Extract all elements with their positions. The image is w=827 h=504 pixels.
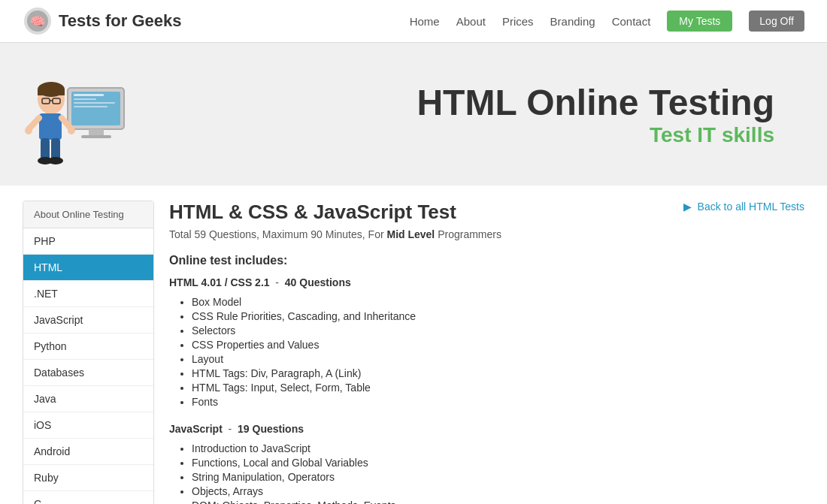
meta-programmers: Programmers <box>438 228 501 240</box>
svg-rect-7 <box>74 94 104 96</box>
sidebar-item-php[interactable]: PHP <box>23 228 153 255</box>
html-css-section: HTML 4.01 / CSS 2.1 - 40 Questions Box M… <box>169 276 804 408</box>
back-icon: ▶ <box>683 201 692 213</box>
sidebar-item-javascript[interactable]: JavaScript <box>23 307 153 333</box>
js-section: JavaScript - 19 Questions Introduction t… <box>169 423 804 504</box>
nav-links: Home About Prices Branding Contact My Te… <box>410 11 804 32</box>
html-css-count: 40 Questions <box>285 276 351 288</box>
online-test-title: Online test includes: <box>169 254 804 267</box>
svg-rect-5 <box>89 129 104 135</box>
html-css-header: HTML 4.01 / CSS 2.1 - 40 Questions <box>169 276 804 288</box>
back-link-text: Back to all HTML Tests <box>698 201 804 213</box>
list-item: Introduction to JavaScript <box>192 442 804 454</box>
svg-rect-8 <box>74 98 96 100</box>
svg-rect-10 <box>74 106 108 107</box>
svg-rect-17 <box>39 113 62 140</box>
svg-text:🧠: 🧠 <box>30 14 45 29</box>
sidebar-header: About Online Testing <box>23 201 153 228</box>
list-item: HTML Tags: Input, Select, Form, Table <box>192 382 804 394</box>
js-header-text: JavaScript <box>169 423 223 435</box>
content-header: HTML & CSS & JavaScript Test ▶ Back to a… <box>169 201 804 228</box>
brand-logo[interactable]: 🧠 Tests for Geeks <box>23 6 181 36</box>
sidebar-item-python[interactable]: Python <box>23 333 153 360</box>
js-count: 19 Questions <box>238 423 304 435</box>
html-css-header-text: HTML 4.01 / CSS 2.1 <box>169 276 270 288</box>
list-item: HTML Tags: Div, Paragraph, A (Link) <box>192 367 804 379</box>
sidebar-item-net[interactable]: .NET <box>23 281 153 307</box>
sidebar-item-c[interactable]: C <box>23 491 153 504</box>
main-layout: About Online Testing PHP HTML .NET JavaS… <box>0 186 827 504</box>
nav-about[interactable]: About <box>456 15 486 28</box>
hero-title: HTML Online Testing <box>158 82 774 123</box>
hero-section: HTML Online Testing Test IT skills <box>0 43 827 186</box>
brand-name: Tests for Geeks <box>59 11 181 31</box>
hero-illustration <box>23 58 143 171</box>
list-item: CSS Rule Priorities, Cascading, and Inhe… <box>192 310 804 322</box>
sidebar-item-ios[interactable]: iOS <box>23 412 153 439</box>
meta-level: Mid Level <box>386 228 435 240</box>
content-meta: Total 59 Questions, Maximum 90 Minutes, … <box>169 228 804 240</box>
meta-total: Total 59 Questions, <box>169 228 259 240</box>
list-item: Selectors <box>192 324 804 337</box>
back-link[interactable]: ▶ Back to all HTML Tests <box>683 201 804 213</box>
my-tests-button[interactable]: My Tests <box>667 11 732 32</box>
nav-home[interactable]: Home <box>410 15 440 28</box>
page-title: HTML & CSS & JavaScript Test <box>169 201 456 224</box>
sidebar-item-android[interactable]: Android <box>23 439 153 465</box>
svg-rect-9 <box>74 102 115 104</box>
svg-point-25 <box>48 157 63 164</box>
sidebar-item-ruby[interactable]: Ruby <box>23 465 153 491</box>
sidebar-item-databases[interactable]: Databases <box>23 360 153 386</box>
svg-rect-4 <box>71 92 120 125</box>
html-css-topics: Box Model CSS Rule Priorities, Cascading… <box>169 296 804 408</box>
navbar: 🧠 Tests for Geeks Home About Prices Bran… <box>0 0 827 43</box>
meta-for: For <box>368 228 384 240</box>
list-item: Objects, Arrays <box>192 485 804 497</box>
hero-image <box>23 58 143 171</box>
js-sep: - <box>226 423 238 435</box>
sidebar-item-java[interactable]: Java <box>23 386 153 412</box>
list-item: Functions, Local and Global Variables <box>192 457 804 469</box>
list-item: Layout <box>192 353 804 365</box>
list-item: Box Model <box>192 296 804 308</box>
svg-point-20 <box>25 127 32 134</box>
list-item: String Manipulation, Operators <box>192 471 804 483</box>
list-item: Fonts <box>192 396 804 408</box>
svg-point-21 <box>68 127 75 134</box>
svg-rect-13 <box>38 89 65 95</box>
log-off-button[interactable]: Log Off <box>749 11 804 32</box>
svg-rect-6 <box>81 135 111 138</box>
brand-icon: 🧠 <box>23 6 53 36</box>
hero-titles: HTML Online Testing Test IT skills <box>158 82 804 147</box>
list-item: DOM: Objects, Properties, Methods, Event… <box>192 499 804 504</box>
nav-prices[interactable]: Prices <box>502 15 534 28</box>
sidebar: About Online Testing PHP HTML .NET JavaS… <box>23 201 154 504</box>
hero-subtitle: Test IT skills <box>158 123 774 147</box>
meta-time: Maximum 90 Minutes, <box>262 228 365 240</box>
js-topics: Introduction to JavaScript Functions, Lo… <box>169 442 804 504</box>
nav-branding[interactable]: Branding <box>550 15 595 28</box>
list-item: CSS Properties and Values <box>192 339 804 351</box>
html-css-sep: - <box>272 276 284 288</box>
content-area: HTML & CSS & JavaScript Test ▶ Back to a… <box>169 201 804 504</box>
nav-contact[interactable]: Contact <box>612 15 651 28</box>
js-header: JavaScript - 19 Questions <box>169 423 804 435</box>
sidebar-item-html[interactable]: HTML <box>23 255 153 281</box>
